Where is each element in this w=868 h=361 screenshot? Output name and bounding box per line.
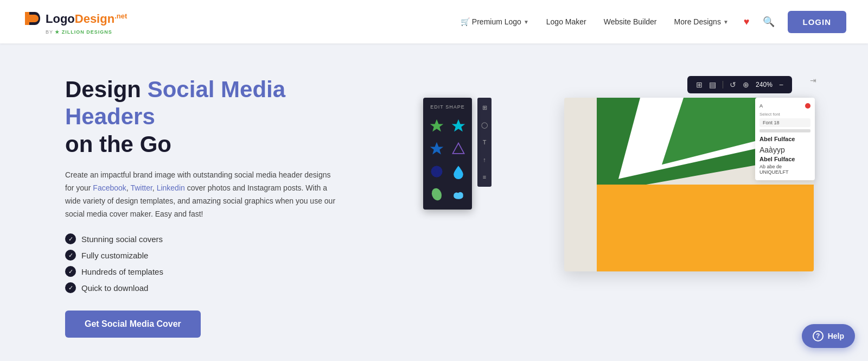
svg-marker-3 xyxy=(430,142,444,155)
svg-marker-1 xyxy=(430,119,444,132)
search-icon: 🔍 xyxy=(763,16,775,28)
canvas-orange-band xyxy=(597,185,814,271)
shape-cloud[interactable] xyxy=(450,186,467,203)
svg-marker-6 xyxy=(430,165,444,179)
svg-point-7 xyxy=(430,187,443,201)
grid-icon[interactable]: ⊞ xyxy=(696,80,703,89)
feature-item-1: ✓ Stunning social covers xyxy=(65,233,369,244)
font-name: Abel Fulface xyxy=(760,136,810,142)
twitter-link[interactable]: Twitter xyxy=(130,183,152,192)
hero-preview: ⇥ ⊞ ▤ ↺ ⊕ 240% − ⊞ xyxy=(391,71,825,299)
tool-upload[interactable]: ↑ xyxy=(479,154,490,165)
font-sample-3: Ab abe de xyxy=(760,164,810,169)
shape-green-star[interactable] xyxy=(428,117,445,135)
check-icon-4: ✓ xyxy=(65,282,76,293)
get-social-media-cover-button[interactable]: Get Social Media Cover xyxy=(65,311,201,338)
zoom-out-icon[interactable]: − xyxy=(779,80,783,89)
nav-premium-logo[interactable]: 🛒 Premium Logo ▼ xyxy=(454,13,535,30)
undo-icon[interactable]: ↺ xyxy=(730,80,736,89)
layout-icon[interactable]: ▤ xyxy=(709,80,716,89)
zoom-level: 240% xyxy=(756,81,773,88)
props-panel-header: A xyxy=(760,103,810,109)
panel-close-dot[interactable] xyxy=(805,103,810,109)
hero-content: Design Social Media Headers on the Go Cr… xyxy=(65,71,369,338)
favorites-button[interactable]: ♥ xyxy=(739,12,754,32)
properties-panel: A Select font Font 18 Abel Fulface Aaàyy… xyxy=(755,98,815,180)
tool-shapes[interactable]: ◯ xyxy=(479,119,490,130)
design-toolbar: ⊞ ▤ ↺ ⊕ 240% − xyxy=(687,76,792,93)
tool-text[interactable]: T xyxy=(479,137,490,148)
shapes-row-3 xyxy=(428,163,467,180)
shapes-panel-title: Edit Shape xyxy=(430,104,464,110)
shape-blob[interactable] xyxy=(428,186,445,203)
expand-icon[interactable]: ⇥ xyxy=(810,76,816,85)
facebook-link[interactable]: Facebook xyxy=(93,183,126,192)
toolbar-divider xyxy=(723,81,723,88)
svg-point-10 xyxy=(457,192,463,198)
font-size-field[interactable]: Font 18 xyxy=(760,118,810,127)
linkedin-link[interactable]: Linkedin xyxy=(157,183,185,192)
feature-item-3: ✓ Hundreds of templates xyxy=(65,266,369,277)
check-icon-1: ✓ xyxy=(65,233,76,244)
shape-spiky-star[interactable] xyxy=(428,163,445,180)
nav-logo-maker[interactable]: Logo Maker xyxy=(540,13,593,30)
font-sample-2: Abel Fulface xyxy=(760,156,810,162)
font-slider[interactable] xyxy=(760,129,810,132)
shape-water-drop[interactable] xyxy=(450,163,467,180)
shapes-panel: Edit Shape xyxy=(423,98,472,210)
nav-more-designs[interactable]: More Designs ▼ xyxy=(668,13,735,30)
check-icon-2: ✓ xyxy=(65,250,76,261)
chevron-down-icon: ▼ xyxy=(524,19,529,25)
logo-sub-text: BY ★ ZILLION DESIGNS xyxy=(46,29,112,35)
svg-marker-2 xyxy=(452,119,465,132)
shape-blue-star[interactable] xyxy=(428,140,445,157)
font-label: Select font xyxy=(760,112,810,117)
chevron-down-icon: ▼ xyxy=(723,19,729,25)
logo-brand-text: LogoDesign.net xyxy=(46,12,127,26)
shapes-row-1 xyxy=(428,117,467,135)
shape-cyan-star[interactable] xyxy=(450,117,467,135)
panel-icon: A xyxy=(760,103,763,109)
svg-marker-4 xyxy=(453,143,464,154)
nav-website-builder[interactable]: Website Builder xyxy=(597,13,663,30)
tool-layers[interactable]: ≡ xyxy=(479,172,490,182)
help-circle-icon: ? xyxy=(813,331,824,341)
feature-item-4: ✓ Quick to download xyxy=(65,282,369,293)
search-button[interactable]: 🔍 xyxy=(758,11,779,32)
feature-item-2: ✓ Fully customizable xyxy=(65,250,369,261)
font-sample-1: Aaàyyp xyxy=(760,145,810,154)
cart-icon: 🛒 xyxy=(461,17,470,26)
editor-left-bar: ⊞ ◯ T ↑ ≡ xyxy=(477,98,492,187)
logo-main: LogoDesign.net xyxy=(22,9,127,28)
features-list: ✓ Stunning social covers ✓ Fully customi… xyxy=(65,233,369,293)
shape-triangle[interactable] xyxy=(450,140,467,157)
hero-title: Design Social Media Headers on the Go xyxy=(65,76,369,158)
logo-icon xyxy=(22,9,41,28)
shapes-row-2 xyxy=(428,140,467,157)
check-icon-3: ✓ xyxy=(65,266,76,277)
font-sample-4: UNIQUE/LFT xyxy=(760,169,810,175)
help-button[interactable]: ? Help xyxy=(802,324,855,348)
hero-section: Design Social Media Headers on the Go Cr… xyxy=(0,43,868,359)
main-nav: 🛒 Premium Logo ▼ Logo Maker Website Buil… xyxy=(454,11,846,33)
add-icon[interactable]: ⊕ xyxy=(743,80,749,89)
hero-description: Create an impactful brand image with out… xyxy=(65,169,336,220)
logo-area: LogoDesign.net BY ★ ZILLION DESIGNS xyxy=(22,9,127,35)
shapes-row-4 xyxy=(428,186,467,203)
header: LogoDesign.net BY ★ ZILLION DESIGNS 🛒 Pr… xyxy=(0,0,868,43)
login-button[interactable]: LOGIN xyxy=(788,11,847,33)
tool-templates[interactable]: ⊞ xyxy=(479,102,490,113)
